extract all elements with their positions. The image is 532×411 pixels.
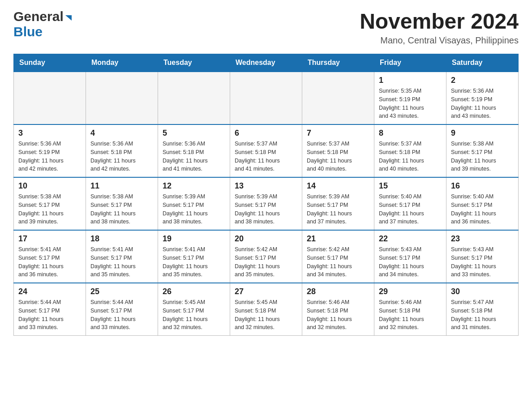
day-info: Sunrise: 5:44 AM Sunset: 5:17 PM Dayligh…: [18, 298, 81, 332]
day-number: 30: [451, 287, 514, 296]
day-number: 18: [90, 234, 153, 244]
day-info: Sunrise: 5:41 AM Sunset: 5:17 PM Dayligh…: [90, 245, 153, 279]
calendar-cell: 1Sunrise: 5:35 AM Sunset: 5:19 PM Daylig…: [374, 72, 446, 124]
day-number: 20: [235, 234, 297, 244]
day-info: Sunrise: 5:41 AM Sunset: 5:17 PM Dayligh…: [163, 245, 225, 279]
day-info: Sunrise: 5:39 AM Sunset: 5:17 PM Dayligh…: [307, 193, 369, 226]
day-header-saturday: Saturday: [446, 54, 519, 72]
day-number: 19: [163, 234, 225, 244]
calendar-cell: [302, 72, 374, 124]
calendar-week-row: 1Sunrise: 5:35 AM Sunset: 5:19 PM Daylig…: [14, 72, 519, 124]
day-number: 24: [18, 287, 81, 296]
calendar-cell: [230, 72, 302, 124]
day-number: 1: [379, 76, 442, 85]
calendar-cell: 22Sunrise: 5:43 AM Sunset: 5:17 PM Dayli…: [374, 230, 446, 283]
calendar-cell: 19Sunrise: 5:41 AM Sunset: 5:17 PM Dayli…: [158, 230, 230, 283]
day-info: Sunrise: 5:45 AM Sunset: 5:17 PM Dayligh…: [163, 298, 225, 332]
day-number: 23: [451, 234, 514, 244]
day-info: Sunrise: 5:43 AM Sunset: 5:17 PM Dayligh…: [379, 245, 442, 279]
day-number: 9: [451, 128, 514, 138]
calendar-cell: [158, 72, 230, 124]
day-number: 13: [235, 181, 297, 191]
day-info: Sunrise: 5:40 AM Sunset: 5:17 PM Dayligh…: [379, 193, 442, 226]
calendar-cell: 10Sunrise: 5:38 AM Sunset: 5:17 PM Dayli…: [14, 177, 86, 230]
calendar-week-row: 24Sunrise: 5:44 AM Sunset: 5:17 PM Dayli…: [14, 283, 519, 336]
day-info: Sunrise: 5:36 AM Sunset: 5:19 PM Dayligh…: [451, 87, 514, 120]
day-info: Sunrise: 5:41 AM Sunset: 5:17 PM Dayligh…: [18, 245, 81, 279]
calendar-cell: 24Sunrise: 5:44 AM Sunset: 5:17 PM Dayli…: [14, 283, 86, 336]
day-number: 29: [379, 287, 442, 296]
day-info: Sunrise: 5:37 AM Sunset: 5:18 PM Dayligh…: [307, 140, 369, 173]
page-header: General Blue November 2024 Mano, Central…: [13, 9, 519, 46]
day-number: 17: [18, 234, 81, 244]
day-header-friday: Friday: [374, 54, 446, 72]
day-header-tuesday: Tuesday: [158, 54, 230, 72]
day-number: 2: [451, 76, 514, 85]
calendar-cell: 23Sunrise: 5:43 AM Sunset: 5:17 PM Dayli…: [446, 230, 519, 283]
calendar-cell: 9Sunrise: 5:38 AM Sunset: 5:17 PM Daylig…: [446, 124, 519, 177]
day-number: 14: [307, 181, 369, 191]
day-header-monday: Monday: [86, 54, 158, 72]
day-info: Sunrise: 5:38 AM Sunset: 5:17 PM Dayligh…: [18, 193, 81, 226]
day-number: 5: [163, 128, 225, 138]
logo-blue-text: Blue: [13, 24, 43, 39]
day-info: Sunrise: 5:45 AM Sunset: 5:18 PM Dayligh…: [235, 298, 297, 332]
calendar-cell: 29Sunrise: 5:46 AM Sunset: 5:18 PM Dayli…: [374, 283, 446, 336]
calendar-cell: 17Sunrise: 5:41 AM Sunset: 5:17 PM Dayli…: [14, 230, 86, 283]
title-section: November 2024 Mano, Central Visayas, Phi…: [360, 9, 519, 46]
day-number: 16: [451, 181, 514, 191]
calendar-cell: [86, 72, 158, 124]
day-info: Sunrise: 5:36 AM Sunset: 5:19 PM Dayligh…: [18, 140, 81, 173]
day-number: 4: [90, 128, 153, 138]
calendar-cell: 15Sunrise: 5:40 AM Sunset: 5:17 PM Dayli…: [374, 177, 446, 230]
day-info: Sunrise: 5:46 AM Sunset: 5:18 PM Dayligh…: [307, 298, 369, 332]
calendar-cell: 6Sunrise: 5:37 AM Sunset: 5:18 PM Daylig…: [230, 124, 302, 177]
subtitle: Mano, Central Visayas, Philippines: [360, 35, 519, 46]
logo: General Blue: [13, 9, 73, 39]
day-info: Sunrise: 5:36 AM Sunset: 5:18 PM Dayligh…: [90, 140, 153, 173]
day-number: 25: [90, 287, 153, 296]
calendar-cell: 3Sunrise: 5:36 AM Sunset: 5:19 PM Daylig…: [14, 124, 86, 177]
main-title: November 2024: [360, 9, 519, 34]
calendar-cell: 21Sunrise: 5:42 AM Sunset: 5:17 PM Dayli…: [302, 230, 374, 283]
day-info: Sunrise: 5:35 AM Sunset: 5:19 PM Dayligh…: [379, 87, 442, 120]
svg-marker-0: [65, 15, 72, 21]
day-info: Sunrise: 5:40 AM Sunset: 5:17 PM Dayligh…: [451, 193, 514, 226]
logo-triangle-icon: [64, 13, 73, 21]
calendar-week-row: 10Sunrise: 5:38 AM Sunset: 5:17 PM Dayli…: [14, 177, 519, 230]
day-number: 7: [307, 128, 369, 138]
calendar-cell: 2Sunrise: 5:36 AM Sunset: 5:19 PM Daylig…: [446, 72, 519, 124]
day-number: 27: [235, 287, 297, 296]
calendar-cell: 26Sunrise: 5:45 AM Sunset: 5:17 PM Dayli…: [158, 283, 230, 336]
day-number: 22: [379, 234, 442, 244]
calendar-table: SundayMondayTuesdayWednesdayThursdayFrid…: [13, 54, 519, 336]
calendar-cell: 7Sunrise: 5:37 AM Sunset: 5:18 PM Daylig…: [302, 124, 374, 177]
day-header-thursday: Thursday: [302, 54, 374, 72]
day-number: 26: [163, 287, 225, 296]
day-info: Sunrise: 5:43 AM Sunset: 5:17 PM Dayligh…: [451, 245, 514, 279]
day-info: Sunrise: 5:37 AM Sunset: 5:18 PM Dayligh…: [379, 140, 442, 173]
calendar-header-row: SundayMondayTuesdayWednesdayThursdayFrid…: [14, 54, 519, 72]
day-header-wednesday: Wednesday: [230, 54, 302, 72]
calendar-cell: 28Sunrise: 5:46 AM Sunset: 5:18 PM Dayli…: [302, 283, 374, 336]
calendar-cell: 27Sunrise: 5:45 AM Sunset: 5:18 PM Dayli…: [230, 283, 302, 336]
day-number: 3: [18, 128, 81, 138]
calendar-cell: 13Sunrise: 5:39 AM Sunset: 5:17 PM Dayli…: [230, 177, 302, 230]
day-info: Sunrise: 5:36 AM Sunset: 5:18 PM Dayligh…: [163, 140, 225, 173]
day-number: 10: [18, 181, 81, 191]
calendar-week-row: 17Sunrise: 5:41 AM Sunset: 5:17 PM Dayli…: [14, 230, 519, 283]
day-header-sunday: Sunday: [14, 54, 86, 72]
day-info: Sunrise: 5:38 AM Sunset: 5:17 PM Dayligh…: [90, 193, 153, 226]
calendar-cell: 8Sunrise: 5:37 AM Sunset: 5:18 PM Daylig…: [374, 124, 446, 177]
day-info: Sunrise: 5:42 AM Sunset: 5:17 PM Dayligh…: [307, 245, 369, 279]
day-info: Sunrise: 5:47 AM Sunset: 5:18 PM Dayligh…: [451, 298, 514, 332]
day-info: Sunrise: 5:44 AM Sunset: 5:17 PM Dayligh…: [90, 298, 153, 332]
day-info: Sunrise: 5:39 AM Sunset: 5:17 PM Dayligh…: [163, 193, 225, 226]
day-info: Sunrise: 5:39 AM Sunset: 5:17 PM Dayligh…: [235, 193, 297, 226]
calendar-week-row: 3Sunrise: 5:36 AM Sunset: 5:19 PM Daylig…: [14, 124, 519, 177]
calendar-cell: 18Sunrise: 5:41 AM Sunset: 5:17 PM Dayli…: [86, 230, 158, 283]
day-number: 28: [307, 287, 369, 296]
day-info: Sunrise: 5:46 AM Sunset: 5:18 PM Dayligh…: [379, 298, 442, 332]
day-number: 21: [307, 234, 369, 244]
calendar-cell: 11Sunrise: 5:38 AM Sunset: 5:17 PM Dayli…: [86, 177, 158, 230]
